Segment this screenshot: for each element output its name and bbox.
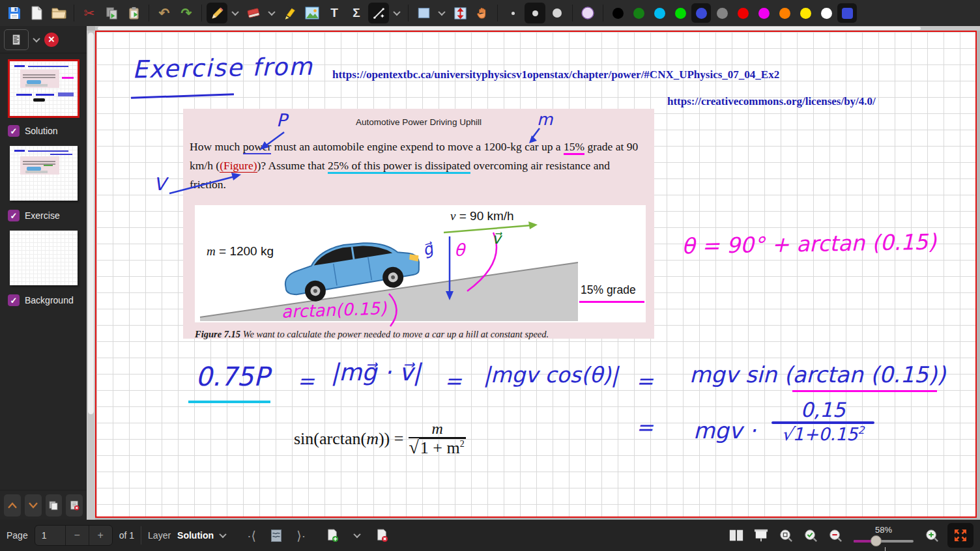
eraser-options-dropdown[interactable] (265, 3, 278, 23)
add-page-options-dropdown[interactable] (348, 525, 366, 546)
color-swatch-orange[interactable] (775, 3, 794, 23)
mini-slope (25, 171, 48, 173)
shape-options-dropdown[interactable] (390, 3, 403, 23)
line-width-medium-button[interactable] (525, 3, 545, 23)
save-button[interactable] (4, 3, 25, 23)
color-swatch-gray[interactable] (712, 3, 732, 23)
mini-typed-formula (33, 98, 45, 102)
page-number-input[interactable] (35, 526, 65, 545)
checkbox-checked-icon[interactable]: ✓ (8, 210, 20, 221)
document-page[interactable]: Exercise from https://opentextbc.ca/univ… (95, 31, 977, 518)
pen-options-dropdown[interactable] (229, 3, 242, 23)
close-icon: ✕ (48, 35, 55, 44)
line-width-thick-button[interactable] (547, 3, 568, 23)
checkbox-checked-icon[interactable]: ✓ (8, 125, 20, 137)
layer-row-solution[interactable]: ✓ Solution (3, 121, 84, 143)
prev-page-icon: ·⟨ (247, 528, 256, 543)
toolbar-separator (201, 5, 202, 21)
layer-label: Background (25, 295, 74, 305)
vscroll-thumb[interactable] (88, 33, 94, 414)
shape-recognizer-button[interactable] (368, 3, 389, 23)
color-swatch-blue-selected[interactable] (691, 3, 711, 23)
mini-stroke (14, 150, 25, 152)
open-file-button[interactable] (48, 3, 69, 23)
redo-button[interactable]: ↷ (176, 3, 197, 23)
color-swatch-white[interactable] (816, 3, 836, 23)
toolbar-separator (497, 5, 498, 21)
math-tex-button[interactable]: Σ (346, 3, 367, 23)
layer-dropdown-chevron[interactable] (219, 531, 226, 538)
layer-preview-solution[interactable] (10, 61, 78, 116)
mini-stroke (23, 161, 55, 162)
layer-dropdown-value[interactable]: Solution (177, 530, 214, 541)
new-document-button[interactable] (26, 3, 47, 23)
horizontal-scrollbar[interactable] (95, 26, 980, 31)
layer-list: ✓ Solution ✓ Exercise (0, 53, 87, 490)
delete-layer-button[interactable] (66, 494, 83, 516)
add-page-button[interactable] (323, 525, 341, 546)
move-layer-down-button[interactable] (25, 494, 42, 516)
zoom-out-button[interactable] (826, 525, 844, 546)
undo-button[interactable]: ↶ (154, 3, 175, 23)
hand-tool-button[interactable] (472, 3, 493, 23)
sidebar-mode-button[interactable] (4, 29, 29, 50)
layer-row-exercise[interactable]: ✓ Exercise (3, 206, 84, 228)
text-tool-button[interactable]: T (324, 3, 345, 23)
cut-button[interactable]: ✂ (79, 3, 100, 23)
zoom-in-button[interactable] (923, 525, 941, 546)
layer-preview-background[interactable] (10, 231, 78, 285)
layer-row-background[interactable]: ✓ Background (3, 290, 84, 313)
velocity-vector-label: v⃗ (492, 230, 501, 247)
custom-color-button[interactable] (837, 3, 857, 23)
copy-layer-button[interactable] (46, 494, 63, 516)
zoom-slider-knob[interactable] (871, 535, 882, 546)
delete-page-button[interactable] (373, 525, 391, 546)
copy-page-icon (48, 500, 59, 511)
layer-preview-exercise[interactable] (10, 146, 78, 201)
color-swatch-red[interactable] (733, 3, 753, 23)
sidebar-dropdown-chevron[interactable] (33, 35, 40, 42)
color-chooser-button[interactable] (577, 3, 598, 23)
color-swatch-green[interactable] (670, 3, 690, 23)
vertical-space-button[interactable] (450, 3, 470, 23)
mini-eq-stroke (36, 94, 54, 96)
page-decrement-button[interactable]: − (65, 526, 89, 545)
page-preview-button[interactable] (267, 525, 285, 546)
chevron-down-icon (27, 501, 39, 510)
zoom-fit-button[interactable] (801, 525, 820, 546)
layer-label: Exercise (25, 210, 60, 221)
heading-underline (131, 93, 234, 99)
sidebar-close-button[interactable]: ✕ (44, 33, 59, 47)
next-annotated-page-button[interactable]: ⟩· (292, 525, 310, 546)
highlighter-tool-button[interactable] (280, 3, 300, 23)
orange-swatch-icon (779, 8, 790, 19)
paste-button[interactable] (123, 3, 144, 23)
presentation-mode-button[interactable] (752, 525, 770, 546)
dual-page-view-button[interactable] (727, 525, 745, 546)
color-swatch-black[interactable] (608, 3, 627, 23)
rect-select-button[interactable] (413, 3, 434, 23)
pen-tool-button[interactable] (207, 3, 227, 23)
insert-image-button[interactable] (302, 3, 323, 23)
zoom-slider[interactable] (854, 535, 914, 546)
color-swatch-darkgreen[interactable] (629, 3, 648, 23)
vertical-scrollbar[interactable] (87, 31, 95, 520)
checkbox-checked-icon[interactable]: ✓ (8, 294, 20, 306)
eraser-tool-button[interactable] (243, 3, 264, 23)
prev-annotated-page-button[interactable]: ·⟨ (242, 525, 261, 546)
move-layer-up-button[interactable] (4, 494, 21, 516)
color-swatch-magenta[interactable] (754, 3, 773, 23)
sidebar-header: ✕ (0, 26, 87, 53)
color-swatch-cyan[interactable] (650, 3, 669, 23)
mini-slope (25, 84, 48, 87)
hscroll-thumb[interactable] (98, 27, 921, 30)
license-url-text: https://creativecommons.org/licenses/by/… (667, 95, 876, 108)
page-increment-button[interactable]: + (89, 526, 112, 545)
zoom-in-icon (925, 528, 939, 543)
color-swatch-yellow[interactable] (796, 3, 815, 23)
fullscreen-button[interactable] (947, 523, 973, 548)
copy-button[interactable] (101, 3, 122, 23)
line-width-fine-button[interactable] (502, 3, 523, 23)
select-options-dropdown[interactable] (435, 3, 448, 23)
zoom-original-button[interactable] (777, 525, 795, 546)
